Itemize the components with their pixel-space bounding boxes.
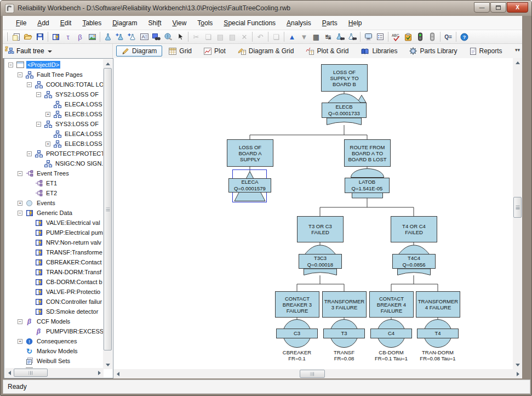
tree-expander[interactable]: − [18,211,22,216]
menu-shift[interactable]: Shift [142,17,167,29]
close-button[interactable]: X [507,2,528,13]
open-project-button[interactable] [22,31,34,43]
module-selector[interactable]: Fault tree [3,44,113,58]
tree-expander[interactable]: + [18,339,22,344]
event-c4[interactable]: C4 [370,329,412,338]
move-up-button[interactable]: ▲ [286,31,298,43]
find-event-button[interactable] [334,31,346,43]
menu-parts[interactable]: Parts [317,17,343,29]
tree-item-protect-protecti[interactable]: −PROTECT:PROTECTI [5,149,103,159]
tree-item-consequences[interactable]: +!Consequences [5,336,103,346]
analyse-off-button[interactable] [426,31,438,43]
tree-item-projectid[interactable]: −<ProjectID> [5,60,103,70]
tab-plot-grid[interactable]: Plot & Grid [300,46,354,56]
tree-expander[interactable]: + [45,112,50,117]
analyse-on-button[interactable] [414,31,426,43]
tree-item-nrv-non-return-valv[interactable]: NRV:Non-return valv [5,237,103,247]
event-t4[interactable]: T4 [417,329,459,338]
canvas-horizontal-scrollbar[interactable] [113,369,522,378]
generic-data-button[interactable] [50,31,62,43]
verify-button[interactable] [402,31,414,43]
menu-tables[interactable]: Tables [77,17,107,29]
tree-item-con-controller-failur[interactable]: CON:Controller failur [5,297,103,307]
tree-item-sys2-loss-of[interactable]: −SYS2:LOSS OF [5,89,103,99]
tree-item-fault-tree-pages[interactable]: −Fault Tree Pages [5,70,103,80]
select-cursor-button[interactable] [174,31,186,43]
new-project-button[interactable] [10,31,22,43]
canvas-hscroll-thumb[interactable] [300,370,325,378]
tree-expander[interactable]: − [8,63,13,67]
tree-item-event-trees[interactable]: −Event Trees [5,168,103,178]
maximize-button[interactable] [490,2,506,13]
scroll-right-button[interactable] [513,369,522,378]
tree-item-markov-models[interactable]: ↻Markov Models [5,346,103,356]
tree-expander[interactable]: − [18,72,22,77]
insert-image-button[interactable] [86,31,98,43]
node-contact-breaker-3[interactable]: CONTACT BREAKER 3 FAILURE [275,291,319,318]
tree-item-eleca-loss[interactable]: ELECA:LOSS [5,129,103,139]
tree-expander[interactable]: − [18,319,22,324]
tree-item-nsigc-no-sign[interactable]: NSIGC:NO SIGN. [5,159,103,168]
analysis-console-button[interactable] [362,31,374,43]
gate-t4c4[interactable]: T4C4 Q=0.0856 [392,254,436,269]
spell-check-button[interactable]: ABC [390,31,402,43]
tree-item-transf-transforme[interactable]: TRANSF:Transforme [5,247,103,257]
tree-item-elecb-loss[interactable]: +ELECB:LOSS [5,139,103,149]
diagram-canvas[interactable]: LOSS OF SUPPLY TO BOARD B ELECB Q=0.0001… [113,58,513,369]
scroll-down-button[interactable] [103,360,112,369]
add-text-box-button[interactable]: A [138,31,150,43]
find-gate-button[interactable] [346,31,358,43]
tab-libraries[interactable]: Libraries [355,46,403,56]
tab-grid[interactable]: Grid [163,46,197,56]
add-gate-button[interactable] [126,31,138,43]
node-contact-breaker-4[interactable]: CONTACT BREAKER 4 FAILURE [369,291,414,318]
tree-item-cbreaker-contact[interactable]: CBREAKER:Contact [5,257,103,267]
gate-latob[interactable]: LATOB Q=1.541E-05 [345,178,390,193]
fit-page-button[interactable]: ↹ [322,31,334,43]
scroll-up-button[interactable] [103,59,112,68]
tree-item-tran-dorm-transf[interactable]: TRAN-DORM:Transf [5,267,103,277]
tree-expander[interactable]: − [27,151,32,156]
node-transformer-3[interactable]: TRANSFORMER 3 FAILURE [322,291,367,318]
save-project-button[interactable] [34,31,46,43]
menu-edit[interactable]: Edit [55,17,77,29]
menu-view[interactable]: View [167,17,192,29]
toolbar-grip[interactable] [6,32,8,41]
tree-item-cooling-total-loss[interactable]: −COOLING:TOTAL LOSS [5,80,103,89]
scroll-up-button[interactable] [513,58,522,67]
menu-diagram[interactable]: Diagram [107,17,142,29]
add-event-button[interactable] [102,31,114,43]
tab-plot[interactable]: Plot [198,46,231,56]
canvas-vscroll-thumb[interactable] [513,197,522,218]
tree-item-events[interactable]: +Events [5,198,103,208]
move-down-button[interactable]: ▼ [298,31,310,43]
tree-item-sd-smoke-detector[interactable]: SD:Smoke detector [5,307,103,316]
tree-horizontal-scrollbar[interactable] [5,368,104,377]
hyperlink-button[interactable] [162,31,174,43]
tree-item-valve-pr-protectio[interactable]: VALVE-PR:Protectio [5,287,103,297]
canvas-vertical-scrollbar[interactable] [513,58,522,369]
scroll-left-button[interactable] [5,368,14,377]
gate-eleca[interactable]: ELECA Q=0.0001579 [228,178,271,193]
tab-reports[interactable]: Reports [464,46,508,56]
gate-elecb[interactable]: ELECB Q=0.0001733 [322,103,367,118]
tab-diagram-grid[interactable]: Diagram & Grid [232,46,300,56]
grid-view-button[interactable]: ▦ [310,31,322,43]
event-c3[interactable]: C3 [276,329,318,338]
tree-expander[interactable]: − [27,82,32,87]
tree-item-weibull-sets[interactable]: Weibull Sets [5,356,103,366]
node-transformer-4[interactable]: TRANSFORMER 4 FAILURE [416,291,460,318]
tau-model-button[interactable]: τ [62,31,74,43]
tree-item-eleca-loss[interactable]: ELECA:LOSS [5,99,103,109]
scroll-down-button[interactable] [513,360,522,369]
minimize-button[interactable]: — [474,2,490,13]
menu-analysis[interactable]: Analysis [281,17,317,29]
tree-item-et2[interactable]: ET2 [5,188,103,198]
node-top-event[interactable]: LOSS OF SUPPLY TO BOARD B [321,64,368,92]
analysis-options-button[interactable] [374,31,386,43]
tree-vertical-scrollbar[interactable] [103,59,112,369]
menu-tools[interactable]: Tools [192,17,218,29]
tree-item-valve-electrical-val[interactable]: VALVE:Electrical val [5,218,103,228]
add-primary-event-button[interactable] [114,31,126,43]
menu-help[interactable]: Help [343,17,368,29]
